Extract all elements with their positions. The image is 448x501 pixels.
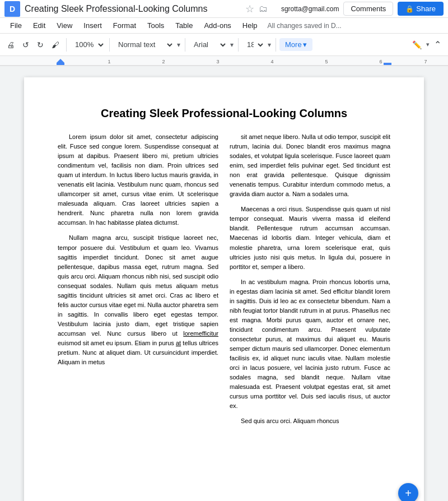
title-bar: D Creating Sleek Professional-Looking Co…	[0, 0, 448, 18]
column-1: Lorem ipsum dolor sit amet, consectetur …	[58, 132, 218, 432]
folder-icon[interactable]: 🗂	[259, 4, 268, 14]
autosave-status: All changes saved in D...	[268, 22, 409, 30]
menu-view[interactable]: View	[51, 19, 78, 32]
menu-insert[interactable]: Insert	[78, 19, 108, 32]
col2-para-3: In ac vestibulum magna. Proin rhoncus lo…	[230, 277, 390, 411]
size-select[interactable]: 18	[242, 37, 265, 53]
menu-file[interactable]: File	[4, 19, 27, 32]
divider-3	[185, 38, 185, 52]
print-button[interactable]: 🖨	[3, 38, 18, 52]
svg-text:7: 7	[424, 59, 427, 64]
size-dropdown-arrow: ▾	[267, 41, 272, 49]
divider-2	[109, 38, 110, 52]
svg-text:4: 4	[270, 59, 273, 64]
font-select[interactable]: Arial	[189, 37, 228, 53]
pen-button[interactable]: ✏️	[409, 38, 425, 52]
plus-icon: +	[405, 487, 412, 500]
divider-1	[66, 38, 67, 52]
col2-para-1: sit amet neque libero. Nulla ut odio tem…	[230, 132, 390, 199]
comments-button[interactable]: Comments	[343, 2, 393, 16]
document-page: Creating Sleek Professional-Looking Colu…	[24, 77, 424, 501]
col2-para-2: Maecenas a orci risus. Suspendisse quis …	[230, 205, 390, 271]
col2-para-4: Sed quis arcu orci. Aliquam rhoncus	[230, 416, 390, 426]
menu-bar: File Edit View Insert Format Tools Table…	[0, 18, 448, 34]
divider-4	[238, 38, 239, 52]
svg-text:3: 3	[216, 59, 219, 64]
collapse-toolbar-button[interactable]: ⌃	[431, 37, 445, 52]
divider-5	[276, 38, 276, 52]
underline-text: loremefficitur	[183, 330, 218, 337]
menu-addons[interactable]: Add-ons	[198, 19, 236, 32]
right-margin-marker[interactable]	[384, 63, 391, 65]
menu-format[interactable]: Format	[108, 19, 142, 32]
menu-table[interactable]: Table	[170, 19, 198, 32]
lock-icon: 🔒	[405, 5, 414, 13]
document-heading-section: Creating Sleek Professional-Looking Colu…	[58, 105, 390, 121]
svg-text:6: 6	[379, 59, 382, 64]
toolbar: 🖨 ↺ ↻ 🖌 100% Normal text ▾ Arial ▾ 18 ▾ …	[0, 34, 448, 56]
ruler: 1 2 3 4 5 6 7	[0, 56, 448, 66]
menu-edit[interactable]: Edit	[27, 19, 51, 32]
col1-para-1: Lorem ipsum dolor sit amet, consectetur …	[58, 132, 218, 228]
style-select[interactable]: Normal text	[113, 37, 175, 53]
more-dropdown-arrow: ▾	[303, 40, 307, 49]
paint-format-button[interactable]: 🖌	[48, 38, 63, 52]
app-icon: D	[4, 1, 20, 17]
pen-dropdown-arrow: ▾	[426, 41, 430, 48]
more-button[interactable]: More ▾	[279, 38, 312, 51]
svg-text:5: 5	[325, 59, 328, 64]
zoom-select[interactable]: 100%	[70, 37, 106, 53]
indent-marker[interactable]	[57, 59, 64, 63]
undo-button[interactable]: ↺	[19, 38, 32, 52]
style-dropdown-arrow: ▾	[176, 41, 181, 49]
col1-para-2: Nullam magna arcu, suscipit tristique la…	[58, 233, 218, 367]
redo-button[interactable]: ↻	[34, 38, 47, 52]
document-title: Creating Sleek Professional-Looking Colu…	[25, 4, 245, 14]
svg-text:1: 1	[108, 59, 110, 64]
star-icon[interactable]: ☆	[245, 3, 254, 15]
document-heading: Creating Sleek Professional-Looking Colu…	[58, 105, 390, 121]
column-2: sit amet neque libero. Nulla ut odio tem…	[230, 132, 390, 432]
document-area: Creating Sleek Professional-Looking Colu…	[0, 66, 448, 501]
floating-action-button[interactable]: +	[398, 483, 418, 501]
menu-help[interactable]: Help	[237, 19, 263, 32]
user-email: sgrotta@gmail.com	[281, 5, 339, 13]
menu-tools[interactable]: Tools	[142, 19, 170, 32]
font-dropdown-arrow: ▾	[229, 41, 235, 49]
title-actions: ☆ 🗂 sgrotta@gmail.com Comments 🔒 Share	[245, 2, 444, 16]
share-button[interactable]: 🔒 Share	[398, 2, 444, 16]
two-column-layout: Lorem ipsum dolor sit amet, consectetur …	[58, 132, 390, 432]
ruler-svg: 1 2 3 4 5 6 7	[0, 56, 448, 66]
svg-text:2: 2	[162, 59, 165, 64]
left-margin-marker[interactable]	[57, 63, 64, 65]
underline-at: at	[176, 340, 181, 346]
